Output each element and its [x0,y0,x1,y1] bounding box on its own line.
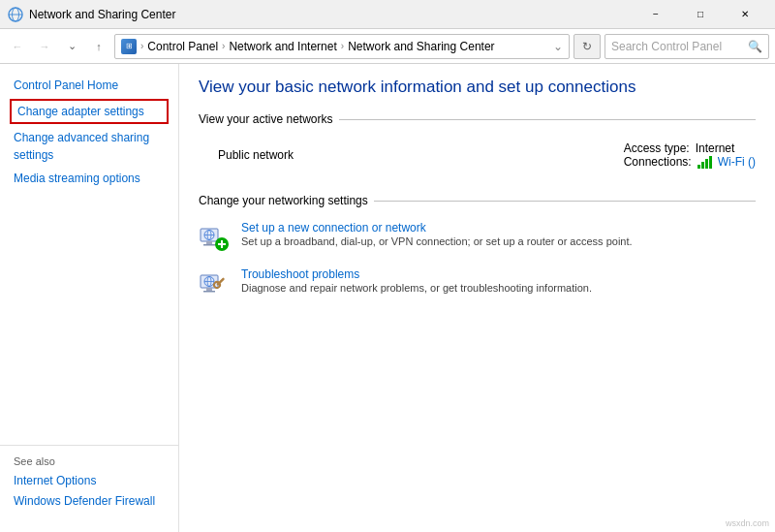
active-networks-header: View your active networks [199,112,756,126]
sidebar-item-change-adapter[interactable]: Change adapter settings [10,99,169,124]
wifi-link-label: ) [752,155,756,169]
troubleshoot-desc: Diagnose and repair network problems, or… [241,282,592,294]
network-row: Public network Access type: Internet Con… [199,132,756,178]
sidebar-internet-options[interactable]: Internet Options [14,471,165,492]
close-button[interactable]: ✕ [723,0,767,29]
up-button[interactable]: ↑ [87,35,110,58]
window-title: Network and Sharing Center [29,8,634,21]
path-network-internet[interactable]: Network and Internet [229,40,336,53]
svg-rect-4 [206,241,212,244]
address-path[interactable]: ⊞ › Control Panel › Network and Internet… [114,34,570,59]
sidebar-item-advanced-sharing[interactable]: Change advanced sharing settings [0,126,178,167]
troubleshoot-link[interactable]: Troubleshoot problems [241,267,592,281]
see-also-label: See also [14,455,165,467]
troubleshoot-icon [199,267,230,298]
path-icon: ⊞ [121,39,137,54]
watermark: wsxdn.com [726,518,769,528]
sep1: › [140,41,143,51]
wifi-link[interactable]: Wi-Fi () [718,155,756,169]
sidebar-defender-firewall[interactable]: Windows Defender Firewall [14,491,165,513]
window-controls: − □ ✕ [634,0,767,29]
minimize-button[interactable]: − [634,0,678,29]
sidebar-bottom: See also Internet Options Windows Defend… [0,445,178,522]
settings-section: Change your networking settings [199,194,756,306]
path-control-panel[interactable]: Control Panel [147,40,218,53]
settings-item-troubleshoot: Troubleshoot problems Diagnose and repai… [199,260,756,306]
content-area: View your basic network information and … [179,64,775,532]
back-button[interactable]: ← [6,35,29,58]
troubleshoot-text: Troubleshoot problems Diagnose and repai… [241,267,592,294]
sep2: › [222,41,225,51]
new-connection-link[interactable]: Set up a new connection or network [241,221,633,235]
maximize-button[interactable]: □ [678,0,723,29]
wifi-label: Wi-Fi ( [718,155,752,169]
main-layout: Control Panel Home Change adapter settin… [0,64,775,532]
refresh-button[interactable]: ↻ [574,34,601,59]
svg-rect-14 [203,291,215,293]
wifi-signal-icon [698,155,712,169]
connections-row: Connections: Wi-Fi () [624,155,756,169]
forward-button[interactable]: → [33,35,56,58]
search-placeholder: Search Control Panel [611,40,744,53]
sidebar-item-media-streaming[interactable]: Media streaming options [0,167,178,190]
app-icon [8,7,23,22]
path-chevron-icon[interactable]: ⌄ [553,40,563,53]
settings-item-new-connection: Set up a new connection or network Set u… [199,213,756,260]
svg-rect-5 [203,244,215,246]
network-name: Public network [218,148,315,162]
title-bar: Network and Sharing Center − □ ✕ [0,0,775,29]
path-sharing-center[interactable]: Network and Sharing Center [348,40,494,53]
access-type-row: Access type: Internet [624,141,756,155]
page-title: View your basic network information and … [199,78,756,97]
dropdown-button[interactable]: ⌄ [60,35,83,58]
sidebar: Control Panel Home Change adapter settin… [0,64,179,532]
svg-rect-13 [206,288,212,291]
sep3: › [341,41,344,51]
sidebar-item-control-panel-home[interactable]: Control Panel Home [0,74,178,97]
new-connection-desc: Set up a broadband, dial-up, or VPN conn… [241,235,633,247]
access-type-label: Access type: [624,141,690,155]
search-icon: 🔍 [748,40,762,53]
address-bar: ← → ⌄ ↑ ⊞ › Control Panel › Network and … [0,29,775,64]
new-connection-text: Set up a new connection or network Set u… [241,221,633,247]
connections-label: Connections: [624,155,692,169]
change-settings-header: Change your networking settings [199,194,756,207]
network-info: Access type: Internet Connections: Wi-Fi… [624,141,756,169]
search-box[interactable]: Search Control Panel 🔍 [604,34,769,59]
access-type-value: Internet [696,141,735,155]
new-connection-icon [199,221,230,252]
